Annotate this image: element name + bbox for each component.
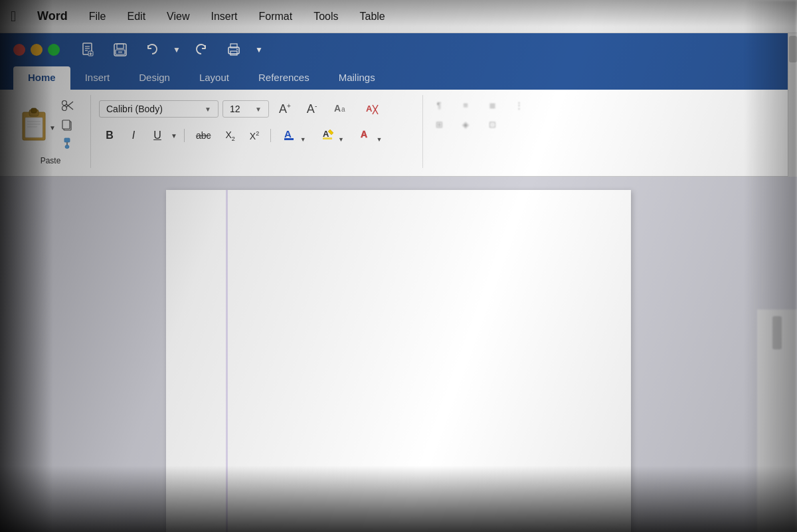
text-effects-icon: A <box>359 127 373 141</box>
cut-button[interactable] <box>58 98 77 114</box>
new-doc-button[interactable] <box>77 40 100 60</box>
svg-rect-27 <box>62 120 70 129</box>
undo-icon <box>145 43 159 57</box>
tab-references[interactable]: References <box>244 66 324 90</box>
bold-button[interactable]: B <box>99 127 120 144</box>
font-group: Calibri (Body) ▼ 12 ▼ A+ A- A <box>91 95 423 168</box>
svg-text:A: A <box>361 129 367 139</box>
clear-format-button[interactable]: A <box>359 98 385 120</box>
clipboard-group: ▼ <box>11 95 91 168</box>
highlight-button[interactable]: A ▼ <box>315 124 350 147</box>
highlight-dropdown[interactable]: ▼ <box>338 136 344 143</box>
right-icon-2[interactable]: ≡ <box>455 98 476 113</box>
font-name-selector[interactable]: Calibri (Body) ▼ <box>99 100 219 118</box>
scrollbar-track[interactable] <box>788 33 797 177</box>
ribbon-content: ▼ <box>0 90 797 177</box>
quick-access-toolbar: ▼ ▼ <box>0 33 797 66</box>
ribbon-container: ▼ ▼ Home Insert Design <box>0 33 797 177</box>
document-area <box>0 177 797 532</box>
svg-rect-18 <box>31 108 37 113</box>
change-case-button[interactable]: A a <box>327 98 355 120</box>
svg-point-22 <box>62 106 67 111</box>
text-effects-button[interactable]: A ▼ <box>353 124 388 147</box>
close-button[interactable] <box>13 44 25 56</box>
copy-icon <box>61 119 73 131</box>
tab-layout[interactable]: Layout <box>185 66 244 90</box>
right-icon-row-2: ⊞ ◈ ⊡ <box>428 117 529 132</box>
save-button[interactable] <box>109 40 132 60</box>
right-icon-4[interactable]: ⋮ <box>508 98 529 113</box>
right-icons-group: ¶ ≡ ≣ ⋮ ⊞ ◈ ⊡ <box>423 95 535 168</box>
svg-text:A: A <box>284 128 292 139</box>
font-color-A-icon: A <box>282 127 297 141</box>
format-painter-button[interactable] <box>58 136 77 151</box>
maximize-button[interactable] <box>48 44 60 56</box>
divider-1 <box>184 129 185 142</box>
copy-button[interactable] <box>58 118 77 132</box>
redo-button[interactable] <box>190 40 213 60</box>
paste-dropdown-arrow[interactable]: ▼ <box>49 124 56 132</box>
paste-label: Paste <box>41 156 61 165</box>
svg-text:A: A <box>366 104 373 114</box>
menu-format[interactable]: Format <box>256 9 295 24</box>
subscript-button[interactable]: X2 <box>219 127 240 145</box>
svg-rect-10 <box>118 51 122 53</box>
text-effects-dropdown[interactable]: ▼ <box>376 136 382 143</box>
tab-mailings[interactable]: Mailings <box>324 66 390 90</box>
superscript-button[interactable]: X2 <box>244 128 265 144</box>
clipboard-icon <box>19 106 49 143</box>
grow-font-button[interactable]: A+ <box>273 100 297 119</box>
paintbrush-icon <box>61 137 73 149</box>
right-icon-1[interactable]: ¶ <box>428 98 450 113</box>
tab-home[interactable]: Home <box>13 66 70 90</box>
menu-table[interactable]: Table <box>357 9 388 24</box>
strikethrough-button[interactable]: abc <box>190 128 217 143</box>
right-scrollbar-thumb[interactable] <box>772 316 782 349</box>
scrollbar-thumb[interactable] <box>789 36 797 62</box>
right-icon-6[interactable]: ◈ <box>455 117 476 132</box>
screen:  Word File Edit View Insert Format Tool… <box>0 0 797 532</box>
font-size-selector[interactable]: 12 ▼ <box>222 100 269 118</box>
divider-2 <box>270 129 271 142</box>
apple-icon[interactable]:  <box>11 8 16 25</box>
small-tools-col <box>53 98 82 151</box>
shrink-font-button[interactable]: A- <box>301 100 323 119</box>
menu-insert[interactable]: Insert <box>208 9 240 24</box>
underline-button[interactable]: U <box>147 127 168 144</box>
clear-format-icon: A <box>365 101 379 116</box>
document-page[interactable] <box>166 190 631 532</box>
minimize-button[interactable] <box>31 44 43 56</box>
right-icon-7[interactable]: ⊡ <box>482 117 503 132</box>
menu-edit[interactable]: Edit <box>125 9 149 24</box>
svg-rect-8 <box>117 44 124 48</box>
svg-point-30 <box>65 145 69 149</box>
font-name-arrow: ▼ <box>205 106 211 113</box>
ribbon-tabs: Home Insert Design Layout References Mai… <box>0 66 797 90</box>
menu-file[interactable]: File <box>86 9 109 24</box>
change-case-icon: A a <box>333 100 349 115</box>
font-color-dropdown[interactable]: ▼ <box>300 136 306 143</box>
undo-dropdown-arrow[interactable]: ▼ <box>173 45 181 54</box>
font-size-arrow: ▼ <box>255 106 262 113</box>
italic-button[interactable]: I <box>123 127 144 144</box>
font-color-button[interactable]: A ▼ <box>276 124 311 147</box>
underline-dropdown[interactable]: ▼ <box>171 132 177 139</box>
svg-text:A: A <box>334 103 341 114</box>
svg-point-23 <box>62 101 67 106</box>
tab-insert[interactable]: Insert <box>70 66 125 90</box>
right-icon-5[interactable]: ⊞ <box>428 117 450 132</box>
undo-button[interactable] <box>141 40 163 60</box>
save-icon <box>113 43 128 57</box>
menu-tools[interactable]: Tools <box>311 9 341 24</box>
window-controls <box>13 44 60 56</box>
menu-word[interactable]: Word <box>35 8 70 25</box>
font-size-text: 12 <box>230 104 250 114</box>
svg-point-14 <box>236 49 238 50</box>
menu-view[interactable]: View <box>164 9 192 24</box>
toolbar-dropdown-arrow[interactable]: ▼ <box>255 45 263 54</box>
new-doc-icon <box>81 43 96 57</box>
tab-design[interactable]: Design <box>124 66 185 90</box>
right-icon-3[interactable]: ≣ <box>482 98 503 113</box>
print-button[interactable] <box>222 39 246 60</box>
svg-text:A: A <box>323 129 329 139</box>
